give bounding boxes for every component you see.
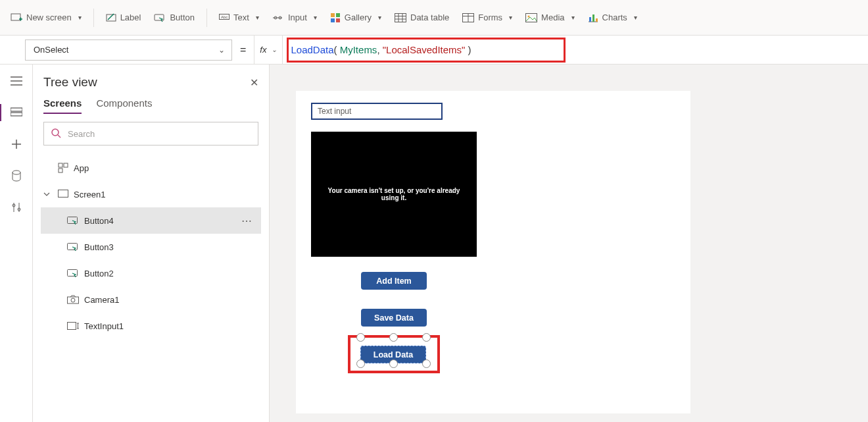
svg-point-23 bbox=[52, 129, 59, 136]
chevron-down-icon: ⌄ bbox=[218, 45, 225, 55]
rail-data[interactable] bbox=[9, 169, 24, 183]
tree-list: App Screen1 Button4 ⋯ bbox=[41, 155, 261, 422]
search-input[interactable]: Search bbox=[43, 122, 258, 145]
tree-row-label: TextInput1 bbox=[84, 321, 124, 331]
screen-icon bbox=[58, 190, 68, 199]
insert-gallery-menu[interactable]: Gallery ▾ bbox=[324, 9, 388, 27]
svg-point-20 bbox=[12, 171, 20, 174]
canvas-btn-save-label: Save Data bbox=[374, 313, 414, 323]
tab-components[interactable]: Components bbox=[96, 97, 152, 114]
rail-treeview[interactable] bbox=[9, 105, 24, 120]
canvas-btn-load-label: Load Data bbox=[374, 350, 413, 359]
svg-rect-25 bbox=[64, 163, 68, 167]
insert-button[interactable]: Button bbox=[147, 9, 201, 27]
selection-handle[interactable] bbox=[389, 333, 398, 342]
tree-row-app[interactable]: App bbox=[41, 155, 261, 181]
selection-handle[interactable] bbox=[422, 359, 431, 368]
tab-screens[interactable]: Screens bbox=[43, 97, 82, 114]
canvas-camera-msg: Your camera isn't set up, or you're alre… bbox=[319, 187, 469, 201]
svg-point-14 bbox=[528, 15, 530, 17]
formula-input[interactable]: LoadData( MyItems, "LocalSavedItems" ) bbox=[283, 36, 868, 64]
rail-insert[interactable] bbox=[9, 137, 24, 151]
svg-rect-33 bbox=[68, 323, 76, 330]
chevron-down-icon: ▾ bbox=[378, 14, 381, 21]
insert-label[interactable]: Label bbox=[99, 9, 148, 27]
fx-icon: fx bbox=[260, 45, 266, 55]
formula-token-comma: , bbox=[377, 44, 379, 55]
insert-label-text: Label bbox=[120, 13, 141, 22]
insert-media-menu[interactable]: Media ▾ bbox=[519, 9, 581, 26]
label-icon bbox=[106, 13, 116, 23]
canvas-textinput-placeholder: Text input bbox=[318, 107, 351, 116]
insert-input-menu[interactable]: Input ▾ bbox=[266, 9, 324, 26]
canvas-textinput[interactable]: Text input bbox=[311, 103, 443, 120]
svg-rect-18 bbox=[11, 108, 22, 111]
tree-row-screen1[interactable]: Screen1 bbox=[41, 181, 261, 207]
svg-rect-16 bbox=[592, 14, 594, 22]
new-screen-label: New screen bbox=[26, 13, 72, 22]
svg-rect-10 bbox=[336, 18, 340, 22]
formula-token-open: ( bbox=[334, 44, 337, 55]
new-screen-menu[interactable]: New screen ▾ bbox=[4, 8, 88, 28]
canvas[interactable]: Text input Your camera isn't set up, or … bbox=[270, 65, 868, 422]
more-icon[interactable]: ⋯ bbox=[241, 215, 253, 227]
selection-handle[interactable] bbox=[356, 333, 365, 342]
insert-input-label: Input bbox=[288, 13, 307, 22]
svg-point-32 bbox=[71, 298, 75, 302]
svg-rect-7 bbox=[331, 13, 335, 17]
svg-text:Abc: Abc bbox=[221, 15, 228, 19]
fx-button[interactable]: fx ⌄ bbox=[254, 36, 283, 64]
insert-charts-menu[interactable]: Charts ▾ bbox=[581, 9, 644, 26]
insert-forms-menu[interactable]: Forms ▾ bbox=[456, 9, 519, 26]
table-icon bbox=[395, 13, 406, 22]
app-icon bbox=[58, 163, 68, 173]
chevron-down-icon: ▾ bbox=[256, 14, 259, 21]
left-rail bbox=[0, 65, 33, 422]
tree-row-textinput1[interactable]: TextInput1 bbox=[41, 313, 261, 339]
tree-row-button2[interactable]: Button2 bbox=[41, 260, 261, 286]
canvas-camera[interactable]: Your camera isn't set up, or you're alre… bbox=[311, 132, 477, 257]
canvas-btn-add-label: Add Item bbox=[376, 277, 411, 286]
svg-rect-17 bbox=[596, 18, 598, 22]
ribbon: New screen ▾ Label Button Abc Text ▾ Inp… bbox=[0, 0, 868, 36]
selection-handle[interactable] bbox=[389, 359, 398, 368]
svg-rect-27 bbox=[59, 190, 68, 198]
svg-rect-26 bbox=[59, 169, 62, 172]
screen-icon bbox=[11, 12, 22, 24]
canvas-btn-add[interactable]: Add Item bbox=[361, 272, 427, 290]
button-icon bbox=[67, 216, 79, 225]
insert-forms-label: Forms bbox=[478, 13, 502, 22]
svg-rect-11 bbox=[395, 13, 406, 22]
ribbon-separator bbox=[93, 9, 94, 27]
close-icon[interactable]: ✕ bbox=[250, 76, 258, 89]
property-select-value: OnSelect bbox=[34, 45, 68, 55]
rail-tools[interactable] bbox=[9, 200, 24, 215]
svg-rect-15 bbox=[589, 17, 591, 22]
search-icon bbox=[51, 128, 61, 140]
tree-row-camera1[interactable]: Camera1 bbox=[41, 286, 261, 313]
canvas-btn-load-highlight: Load Data bbox=[348, 335, 440, 373]
chevron-down-icon[interactable] bbox=[43, 191, 53, 198]
chevron-down-icon: ▾ bbox=[571, 14, 575, 21]
tree-row-button4[interactable]: Button4 ⋯ bbox=[41, 207, 261, 234]
selection-handle[interactable] bbox=[422, 333, 431, 342]
rail-hamburger[interactable] bbox=[9, 74, 24, 88]
tree-title: Tree view bbox=[43, 75, 97, 90]
tree-row-button3[interactable]: Button3 bbox=[41, 234, 261, 260]
svg-rect-28 bbox=[68, 217, 78, 224]
tree-row-label: App bbox=[74, 163, 89, 173]
svg-rect-13 bbox=[526, 13, 537, 22]
chevron-down-icon: ▾ bbox=[634, 14, 637, 21]
button-icon bbox=[154, 13, 166, 23]
button-icon bbox=[67, 269, 79, 278]
selection-handle[interactable] bbox=[356, 359, 365, 368]
canvas-btn-save[interactable]: Save Data bbox=[361, 309, 427, 327]
formula-token-close: ) bbox=[468, 44, 471, 55]
tree-row-label: Button4 bbox=[84, 216, 114, 226]
svg-rect-29 bbox=[68, 244, 78, 250]
property-select[interactable]: OnSelect ⌄ bbox=[25, 40, 232, 61]
insert-datatable[interactable]: Data table bbox=[388, 9, 456, 26]
chevron-down-icon: ▾ bbox=[314, 14, 317, 21]
insert-text-menu[interactable]: Abc Text ▾ bbox=[212, 9, 266, 26]
canvas-screen[interactable]: Text input Your camera isn't set up, or … bbox=[296, 91, 690, 413]
